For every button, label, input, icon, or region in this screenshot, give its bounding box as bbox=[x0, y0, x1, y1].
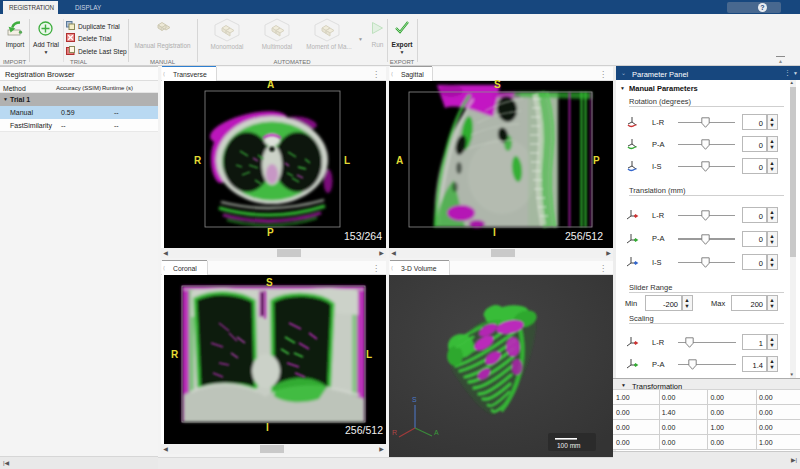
svg-text:R: R bbox=[392, 429, 397, 436]
svg-text:100 mm: 100 mm bbox=[557, 442, 580, 449]
svg-text:S: S bbox=[412, 396, 417, 403]
svg-text:A: A bbox=[434, 429, 439, 436]
